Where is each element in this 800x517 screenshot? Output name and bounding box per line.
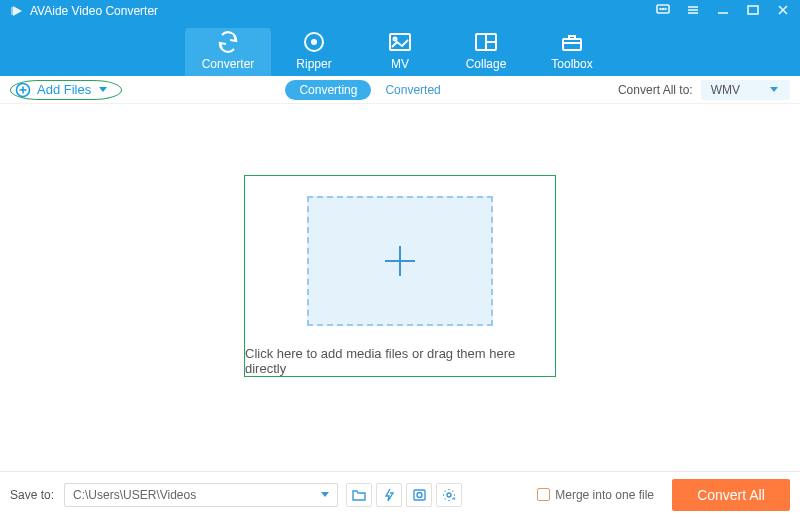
output-format-value: WMV <box>711 83 740 97</box>
ripper-icon <box>300 30 328 54</box>
chevron-down-icon <box>99 87 107 92</box>
drop-zone[interactable]: Click here to add media files or drag th… <box>244 175 556 377</box>
svg-rect-18 <box>563 39 581 50</box>
main-area: Click here to add media files or drag th… <box>0 104 800 447</box>
chevron-down-icon <box>321 492 329 497</box>
save-path-select[interactable]: C:\Users\USER\Videos <box>64 483 338 507</box>
convert-all-to: Convert All to: WMV <box>618 80 790 100</box>
tab-converter[interactable]: Converter <box>185 28 271 76</box>
collage-icon <box>472 30 500 54</box>
app-logo-icon <box>10 4 24 18</box>
title-left: AVAide Video Converter <box>10 4 158 18</box>
tab-ripper[interactable]: Ripper <box>271 28 357 76</box>
hardware-accel-button[interactable] <box>376 483 402 507</box>
queue-tabs: Converting Converted <box>285 80 454 100</box>
save-to-label: Save to: <box>10 488 54 502</box>
close-icon[interactable] <box>776 4 790 19</box>
svg-point-14 <box>394 38 397 41</box>
merge-checkbox[interactable]: Merge into one file <box>537 488 654 502</box>
tab-ripper-label: Ripper <box>296 57 331 71</box>
maximize-icon[interactable] <box>746 4 760 19</box>
svg-point-2 <box>663 8 664 9</box>
toolbox-icon <box>558 30 586 54</box>
tab-toolbox-label: Toolbox <box>551 57 592 71</box>
svg-point-26 <box>417 492 422 497</box>
svg-point-27 <box>447 493 451 497</box>
tab-collage[interactable]: Collage <box>443 28 529 76</box>
task-schedule-button[interactable] <box>406 483 432 507</box>
app-title: AVAide Video Converter <box>30 4 158 18</box>
sub-toolbar: Add Files Converting Converted Convert A… <box>0 76 800 104</box>
checkbox-icon <box>537 488 550 501</box>
svg-point-12 <box>312 40 316 44</box>
tab-converted[interactable]: Converted <box>371 80 454 100</box>
add-files-button[interactable]: Add Files <box>10 80 122 100</box>
tab-converting[interactable]: Converting <box>285 80 371 100</box>
tab-mv[interactable]: MV <box>357 28 443 76</box>
save-path-value: C:\Users\USER\Videos <box>73 488 196 502</box>
svg-rect-25 <box>414 490 425 500</box>
tab-converter-label: Converter <box>202 57 255 71</box>
title-bar: AVAide Video Converter <box>0 0 800 22</box>
merge-label: Merge into one file <box>555 488 654 502</box>
plus-icon <box>379 240 421 282</box>
mv-icon <box>386 30 414 54</box>
converter-icon <box>214 30 242 54</box>
footer-bar: Save to: C:\Users\USER\Videos Merge into… <box>0 471 800 517</box>
tab-toolbox[interactable]: Toolbox <box>529 28 615 76</box>
open-folder-button[interactable] <box>346 483 372 507</box>
tab-collage-label: Collage <box>466 57 507 71</box>
svg-point-3 <box>665 8 666 9</box>
feedback-icon[interactable] <box>656 4 670 19</box>
drop-caption: Click here to add media files or drag th… <box>245 346 555 376</box>
add-files-label: Add Files <box>37 82 91 97</box>
svg-rect-8 <box>748 6 758 14</box>
chevron-down-icon <box>770 87 778 92</box>
svg-point-1 <box>660 8 661 9</box>
footer-tools <box>346 483 462 507</box>
minimize-icon[interactable] <box>716 4 730 19</box>
settings-button[interactable] <box>436 483 462 507</box>
convert-all-button[interactable]: Convert All <box>672 479 790 511</box>
drop-inner <box>307 196 493 326</box>
menu-icon[interactable] <box>686 4 700 19</box>
nav-tabs: Converter Ripper MV Collage Toolbox <box>0 22 800 76</box>
output-format-select[interactable]: WMV <box>701 80 790 100</box>
convert-all-to-label: Convert All to: <box>618 83 693 97</box>
tab-mv-label: MV <box>391 57 409 71</box>
window-controls <box>656 4 790 19</box>
app-header: AVAide Video Converter Converter Ripper <box>0 0 800 76</box>
